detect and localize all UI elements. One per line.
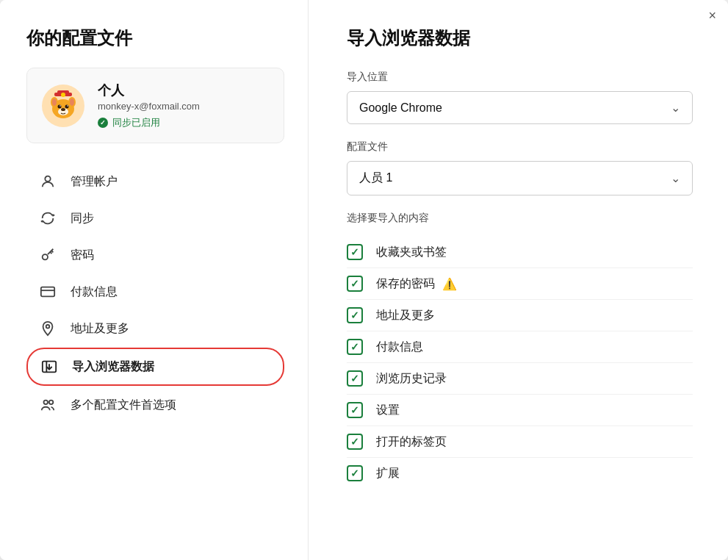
checkmark-icon: ✓ — [350, 467, 359, 479]
location-icon — [37, 320, 59, 337]
import-icon — [38, 359, 60, 375]
import-location-dropdown[interactable]: Google Chrome ⌄ — [347, 91, 693, 124]
svg-point-7 — [70, 98, 74, 106]
svg-point-11 — [65, 104, 69, 108]
avatar-image — [46, 88, 81, 123]
profile-card: 个人 monkey-x@foxmail.com 同步已启用 — [26, 68, 284, 143]
sidebar-item-password-label: 密码 — [71, 248, 94, 263]
sync-status-label: 同步已启用 — [112, 116, 160, 129]
import-item-extensions: ✓扩展 — [347, 458, 693, 489]
checkbox-settings[interactable]: ✓ — [347, 402, 363, 418]
import-dialog: × 你的配置文件 — [0, 0, 728, 560]
profile-name: 个人 — [98, 82, 200, 99]
import-item-label-extensions: 扩展 — [376, 466, 400, 481]
left-panel: 你的配置文件 — [0, 0, 309, 560]
sync-status: 同步已启用 — [98, 116, 200, 129]
right-panel-title: 导入浏览器数据 — [347, 26, 693, 50]
sidebar-item-payment[interactable]: 付款信息 — [26, 274, 284, 309]
svg-point-9 — [61, 108, 65, 111]
svg-point-18 — [46, 325, 50, 329]
left-panel-title: 你的配置文件 — [26, 26, 284, 50]
import-item-settings: ✓设置 — [347, 395, 693, 426]
sidebar-item-manage-account[interactable]: 管理帐户 — [26, 164, 284, 199]
svg-point-2 — [61, 93, 65, 97]
import-item-label-settings: 设置 — [376, 403, 400, 418]
checkmark-icon: ✓ — [350, 436, 359, 448]
right-panel: 导入浏览器数据 导入位置 Google Chrome ⌄ 配置文件 人员 1 ⌄… — [309, 0, 728, 560]
sidebar-item-sync[interactable]: 同步 — [26, 201, 284, 236]
content-section-label: 选择要导入的内容 — [347, 212, 693, 225]
chevron-down-icon-2: ⌄ — [671, 171, 680, 185]
import-item-label-history: 浏览历史记录 — [376, 371, 447, 387]
checkmark-icon: ✓ — [350, 278, 359, 290]
nav-list: 管理帐户 同步 — [26, 164, 284, 423]
svg-rect-16 — [41, 287, 54, 297]
svg-point-13 — [67, 105, 68, 107]
import-item-label-addresses: 地址及更多 — [376, 308, 435, 323]
person-icon — [37, 173, 59, 190]
import-item-label-payment-info: 付款信息 — [376, 340, 423, 355]
checkmark-icon: ✓ — [350, 246, 359, 258]
sidebar-item-sync-label: 同步 — [71, 211, 94, 226]
import-item-bookmarks: ✓收藏夹或书签 — [347, 237, 693, 268]
profile-label: 配置文件 — [347, 140, 693, 154]
profile-email: monkey-x@foxmail.com — [98, 101, 200, 112]
profiles-icon — [37, 397, 59, 413]
import-item-payment-info: ✓付款信息 — [347, 331, 693, 363]
import-item-open-tabs: ✓打开的标签页 — [347, 426, 693, 458]
svg-point-20 — [44, 401, 48, 405]
import-location-value: Google Chrome — [359, 101, 442, 115]
import-item-label-bookmarks: 收藏夹或书签 — [376, 245, 447, 260]
checkbox-open-tabs[interactable]: ✓ — [347, 434, 363, 450]
import-item-addresses: ✓地址及更多 — [347, 300, 693, 331]
svg-point-14 — [45, 176, 50, 182]
profile-dropdown[interactable]: 人员 1 ⌄ — [347, 161, 693, 195]
checkbox-bookmarks[interactable]: ✓ — [347, 244, 363, 260]
sidebar-item-multi-profile-label: 多个配置文件首选项 — [71, 398, 176, 413]
checkbox-addresses[interactable]: ✓ — [347, 307, 363, 323]
profile-value: 人员 1 — [359, 170, 392, 186]
checkbox-payment-info[interactable]: ✓ — [347, 339, 363, 355]
checkbox-extensions[interactable]: ✓ — [347, 465, 363, 481]
sidebar-item-import-label: 导入浏览器数据 — [72, 359, 154, 375]
import-item-label-open-tabs: 打开的标签页 — [376, 434, 447, 450]
sidebar-item-address-label: 地址及更多 — [71, 321, 129, 337]
checkmark-icon: ✓ — [350, 341, 359, 353]
close-button[interactable]: × — [708, 9, 716, 22]
checkmark-icon: ✓ — [350, 404, 359, 416]
sidebar-item-address[interactable]: 地址及更多 — [26, 311, 284, 346]
checkbox-history[interactable]: ✓ — [347, 370, 363, 387]
svg-point-6 — [52, 98, 57, 106]
svg-point-21 — [49, 401, 54, 405]
profile-info: 个人 monkey-x@foxmail.com 同步已启用 — [98, 82, 200, 129]
sidebar-item-import[interactable]: 导入浏览器数据 — [26, 348, 284, 386]
card-icon — [37, 284, 59, 300]
checkmark-icon: ✓ — [350, 373, 359, 384]
checkmark-icon: ✓ — [350, 309, 359, 321]
import-item-passwords: ✓保存的密码⚠️ — [347, 268, 693, 300]
sync-dot-icon — [98, 118, 108, 128]
import-item-history: ✓浏览历史记录 — [347, 363, 693, 395]
sidebar-item-manage-account-label: 管理帐户 — [71, 174, 118, 190]
import-items-list: ✓收藏夹或书签✓保存的密码⚠️✓地址及更多✓付款信息✓浏览历史记录✓设置✓打开的… — [347, 237, 693, 489]
sidebar-item-multi-profile[interactable]: 多个配置文件首选项 — [26, 387, 284, 423]
sidebar-item-payment-label: 付款信息 — [71, 284, 118, 300]
warning-icon: ⚠️ — [442, 277, 457, 291]
chevron-down-icon: ⌄ — [671, 101, 680, 115]
sync-icon — [37, 210, 59, 226]
sidebar-item-password[interactable]: 密码 — [26, 237, 284, 273]
import-location-label: 导入位置 — [347, 71, 693, 84]
key-icon — [37, 247, 59, 263]
avatar — [42, 85, 84, 127]
svg-point-10 — [58, 104, 62, 108]
import-item-label-passwords: 保存的密码 — [376, 276, 435, 292]
checkbox-passwords[interactable]: ✓ — [347, 276, 363, 292]
svg-point-12 — [60, 105, 61, 107]
svg-point-15 — [43, 254, 48, 259]
